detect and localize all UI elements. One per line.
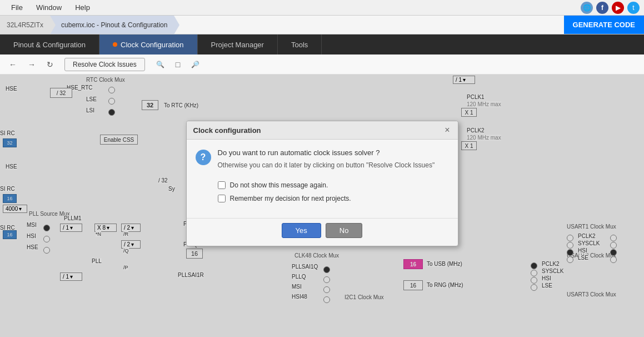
checkbox1-item[interactable]: Do not show this message again.: [218, 181, 449, 189]
checkbox1-input[interactable]: [218, 181, 226, 189]
zoom-in-button[interactable]: 🔍: [152, 58, 169, 71]
zoom-out-button[interactable]: 🔎: [187, 58, 204, 71]
resolve-clock-issues-button[interactable]: Resolve Clock Issues: [64, 58, 145, 71]
breadcrumb-project[interactable]: 32L4R5ZITx: [0, 16, 50, 34]
globe-icon[interactable]: 🌐: [581, 2, 593, 14]
redo-button[interactable]: →: [23, 58, 40, 71]
checkbox2-input[interactable]: [218, 195, 226, 202]
main-area: RTC Clock Mux HSE HSE_RTC / 32 LSE LSI 3…: [0, 75, 644, 337]
dialog-question-area: ? Do you want to run automatic clock iss…: [196, 148, 449, 169]
question-icon: ?: [196, 150, 211, 165]
toolbar: ← → ↻ Resolve Clock Issues 🔍 □ 🔎: [0, 54, 644, 75]
clock-dot: [113, 42, 117, 47]
zoom-fit-button[interactable]: □: [171, 58, 184, 71]
dialog-title: Clock configuration: [193, 126, 261, 135]
refresh-button[interactable]: ↻: [42, 58, 58, 71]
twitter-icon[interactable]: t: [627, 2, 640, 14]
dialog-overlay: Clock configuration × ? Do you want to r…: [0, 75, 644, 337]
checkbox2-item[interactable]: Remember my decision for next projects.: [218, 195, 449, 202]
breadcrumb-bar: 32L4R5ZITx cubemx.ioc - Pinout & Configu…: [0, 16, 644, 34]
dialog-text-area: Do you want to run automatic clock issue…: [218, 148, 449, 169]
youtube-icon[interactable]: ▶: [612, 2, 624, 14]
dialog-main-question: Do you want to run automatic clock issue…: [218, 148, 449, 157]
yes-button[interactable]: Yes: [282, 223, 321, 238]
dialog-checkboxes: Do not show this message again. Remember…: [196, 177, 449, 209]
clock-config-dialog: Clock configuration × ? Do you want to r…: [186, 121, 458, 246]
dialog-body: ? Do you want to run automatic clock iss…: [187, 140, 458, 216]
tab-pinout[interactable]: Pinout & Configuration: [0, 34, 99, 54]
checkbox1-label: Do not show this message again.: [230, 181, 328, 189]
menu-window[interactable]: Window: [29, 2, 68, 13]
generate-code-button[interactable]: GENERATE CODE: [564, 16, 644, 34]
dialog-close-button[interactable]: ×: [443, 126, 451, 135]
breadcrumb-file[interactable]: cubemx.ioc - Pinout & Configuration: [50, 16, 174, 34]
tab-clock[interactable]: Clock Configuration: [99, 34, 197, 54]
no-button[interactable]: No: [326, 223, 363, 238]
menu-file[interactable]: File: [4, 2, 29, 13]
dialog-footer: Yes No: [187, 218, 458, 246]
menu-bar: File Window Help 🌐 f ▶ t: [0, 0, 644, 16]
tab-bar: Pinout & Configuration Clock Configurati…: [0, 34, 644, 54]
checkbox2-label: Remember my decision for next projects.: [230, 195, 351, 202]
dialog-title-bar: Clock configuration ×: [187, 121, 458, 140]
facebook-icon[interactable]: f: [596, 2, 608, 14]
tab-project[interactable]: Project Manager: [198, 34, 278, 54]
social-icons: 🌐 f ▶ t: [581, 2, 640, 14]
dialog-sub-text: Otherwise you can do it later by clickin…: [218, 161, 449, 169]
menu-help[interactable]: Help: [68, 2, 97, 13]
tab-tools[interactable]: Tools: [278, 34, 322, 54]
undo-button[interactable]: ←: [4, 58, 21, 71]
